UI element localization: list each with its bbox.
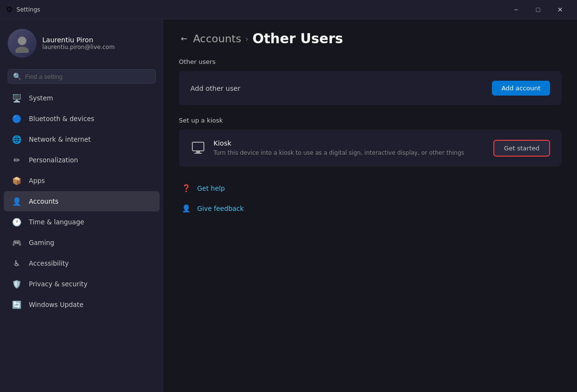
kiosk-row: Kiosk Turn this device into a kiosk to u… bbox=[179, 130, 562, 167]
sidebar-item-label: Time & language bbox=[29, 218, 84, 226]
sidebar-item-gaming[interactable]: 🎮 Gaming bbox=[4, 233, 160, 253]
apps-icon: 📦 bbox=[12, 175, 22, 186]
system-icon: 🖥️ bbox=[12, 93, 22, 103]
sidebar-item-accessibility[interactable]: ♿ Accessibility bbox=[4, 253, 160, 273]
links-section: ❓ Get help 👤 Give feedback bbox=[179, 178, 562, 219]
user-name: Laurentiu Piron bbox=[42, 36, 115, 44]
sidebar-item-apps[interactable]: 📦 Apps bbox=[4, 171, 160, 191]
breadcrumb: ← Accounts › Other Users bbox=[179, 31, 562, 47]
privacy-icon: 🛡️ bbox=[12, 279, 22, 289]
sidebar-item-label: Accessibility bbox=[29, 259, 69, 267]
sidebar-item-privacy[interactable]: 🛡️ Privacy & security bbox=[4, 274, 160, 294]
sidebar-item-label: Network & internet bbox=[29, 135, 91, 143]
sidebar-item-label: System bbox=[29, 94, 53, 102]
titlebar: ⚙️ Settings − □ ✕ bbox=[0, 0, 577, 19]
sidebar-item-label: Apps bbox=[29, 177, 45, 184]
search-input[interactable] bbox=[25, 73, 151, 80]
sidebar-item-label: Personalization bbox=[29, 156, 78, 164]
link-label: Give feedback bbox=[197, 205, 244, 212]
kiosk-text: Kiosk Turn this device into a kiosk to u… bbox=[213, 139, 464, 157]
other-users-section-title: Other users bbox=[179, 58, 562, 65]
sidebar-item-label: Gaming bbox=[29, 239, 54, 246]
kiosk-title: Kiosk bbox=[213, 139, 464, 147]
sidebar: Laurentiu Piron laurentiu.piron@live.com… bbox=[0, 19, 163, 392]
breadcrumb-current: Other Users bbox=[252, 31, 343, 47]
search-box[interactable]: 🔍 bbox=[8, 69, 156, 84]
kiosk-description: Turn this device into a kiosk to use as … bbox=[213, 149, 464, 157]
sidebar-item-personalization[interactable]: ✏️ Personalization bbox=[4, 150, 160, 170]
svg-rect-2 bbox=[192, 142, 204, 151]
app-container: Laurentiu Piron laurentiu.piron@live.com… bbox=[0, 19, 577, 392]
link-label: Get help bbox=[197, 184, 225, 192]
accessibility-icon: ♿ bbox=[12, 258, 22, 269]
kiosk-left: Kiosk Turn this device into a kiosk to u… bbox=[190, 139, 464, 157]
link-give-feedback[interactable]: 👤 Give feedback bbox=[179, 198, 562, 219]
svg-rect-3 bbox=[196, 151, 200, 153]
user-profile[interactable]: Laurentiu Piron laurentiu.piron@live.com bbox=[0, 19, 163, 65]
add-account-button[interactable]: Add account bbox=[492, 81, 550, 96]
search-icon: 🔍 bbox=[13, 73, 21, 80]
minimize-button[interactable]: − bbox=[505, 0, 527, 19]
bluetooth-icon: 🔵 bbox=[12, 113, 22, 124]
titlebar-title: Settings bbox=[16, 6, 40, 13]
sidebar-item-label: Windows Update bbox=[29, 301, 83, 308]
get-help-icon: ❓ bbox=[181, 183, 191, 194]
add-user-row: Add other user Add account bbox=[179, 71, 562, 105]
kiosk-section: Set up a kiosk Kiosk Turn bbox=[179, 117, 562, 167]
sidebar-nav: 🖥️ System 🔵 Bluetooth & devices 🌐 Networ… bbox=[0, 87, 163, 315]
user-info: Laurentiu Piron laurentiu.piron@live.com bbox=[42, 36, 115, 50]
kiosk-card: Kiosk Turn this device into a kiosk to u… bbox=[179, 130, 562, 167]
window-controls: − □ ✕ bbox=[505, 0, 571, 19]
avatar bbox=[8, 29, 37, 58]
personalization-icon: ✏️ bbox=[12, 155, 22, 165]
sidebar-item-label: Privacy & security bbox=[29, 280, 88, 288]
sidebar-item-system[interactable]: 🖥️ System bbox=[4, 88, 160, 108]
user-email: laurentiu.piron@live.com bbox=[42, 44, 115, 50]
add-user-label: Add other user bbox=[190, 85, 240, 92]
network-icon: 🌐 bbox=[12, 134, 22, 145]
svg-point-1 bbox=[15, 47, 29, 53]
sidebar-item-windows-update[interactable]: 🔄 Windows Update bbox=[4, 294, 160, 315]
breadcrumb-parent[interactable]: Accounts bbox=[193, 33, 241, 45]
link-get-help[interactable]: ❓ Get help bbox=[179, 178, 562, 198]
sidebar-item-network[interactable]: 🌐 Network & internet bbox=[4, 129, 160, 149]
accounts-icon: 👤 bbox=[12, 196, 22, 207]
kiosk-icon bbox=[190, 140, 206, 156]
svg-point-0 bbox=[18, 37, 26, 45]
svg-rect-4 bbox=[194, 153, 202, 154]
kiosk-section-title: Set up a kiosk bbox=[179, 117, 562, 124]
windows-update-icon: 🔄 bbox=[12, 299, 22, 310]
sidebar-item-label: Bluetooth & devices bbox=[29, 115, 94, 122]
settings-icon: ⚙️ bbox=[6, 5, 13, 14]
close-button[interactable]: ✕ bbox=[549, 0, 571, 19]
back-button[interactable]: ← bbox=[179, 32, 189, 45]
give-feedback-icon: 👤 bbox=[181, 203, 191, 214]
sidebar-item-label: Accounts bbox=[29, 197, 59, 205]
get-started-button[interactable]: Get started bbox=[493, 140, 550, 157]
breadcrumb-separator: › bbox=[245, 34, 249, 44]
sidebar-item-time[interactable]: 🕐 Time & language bbox=[4, 212, 160, 232]
main-content: ← Accounts › Other Users Other users Add… bbox=[163, 19, 577, 392]
time-icon: 🕐 bbox=[12, 217, 22, 227]
sidebar-item-accounts[interactable]: 👤 Accounts bbox=[4, 191, 160, 211]
maximize-button[interactable]: □ bbox=[527, 0, 549, 19]
sidebar-item-bluetooth[interactable]: 🔵 Bluetooth & devices bbox=[4, 109, 160, 129]
gaming-icon: 🎮 bbox=[12, 237, 22, 248]
add-user-card: Add other user Add account bbox=[179, 71, 562, 105]
